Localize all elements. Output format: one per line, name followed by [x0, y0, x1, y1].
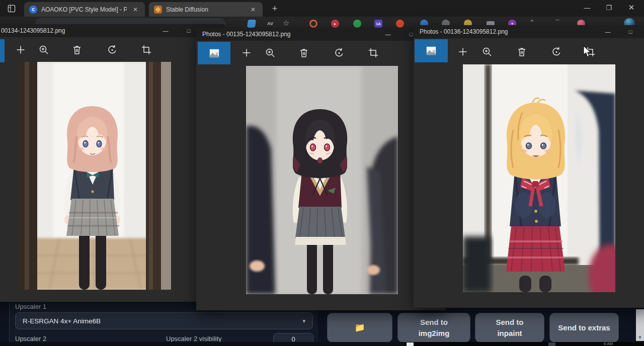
window-title: 00134-1243095812.png: [1, 27, 65, 34]
photos-window-00134: 00134-1243095812.png — □: [0, 24, 224, 302]
mouse-cursor: [583, 45, 594, 58]
window-minimize-button[interactable]: —: [155, 24, 176, 37]
extension-icon[interactable]: [309, 20, 317, 28]
see-all-photos-button[interactable]: [0, 39, 5, 62]
upscaler1-value: R-ESRGAN 4x+ Anime6B: [23, 317, 302, 325]
crop-button[interactable]: [138, 41, 155, 58]
extension-icon[interactable]: [353, 20, 361, 28]
send-to-img2img-button[interactable]: Send to img2img: [397, 313, 470, 342]
taskbar-clock: 6 AM: [604, 342, 613, 346]
window-title: Photos - 00136-1243095812.png: [420, 28, 508, 35]
favorites-icon[interactable]: ☆: [283, 19, 289, 28]
taskbar-app-icon[interactable]: [407, 342, 414, 346]
browser-restore-button[interactable]: ❐: [600, 1, 617, 15]
rotate-button[interactable]: [548, 43, 565, 60]
photos-command-bar: [0, 37, 224, 63]
rotate-button[interactable]: [331, 44, 348, 61]
window-maximize-button[interactable]: □: [620, 25, 640, 38]
photo-00136-anime-girl[interactable]: [463, 64, 615, 292]
extension-icon[interactable]: AV: [266, 20, 274, 28]
window-minimize-button[interactable]: —: [598, 25, 618, 38]
civitai-favicon: c: [29, 6, 37, 14]
photo-00134-anime-girl[interactable]: [19, 62, 171, 290]
photo-00135-anime-girl[interactable]: [246, 66, 398, 294]
photo-illustration: [463, 64, 615, 292]
new-tab-button[interactable]: +: [268, 2, 282, 15]
upscaler1-label: Upscaler 1: [15, 303, 46, 310]
browser-tab-bar: c AOAOKO [PVC Style Model] - PV ✕ Stable…: [0, 0, 644, 17]
photo-illustration: [246, 66, 398, 294]
tab-close-button[interactable]: ✕: [131, 6, 140, 13]
window-minimize-button[interactable]: —: [378, 28, 398, 41]
tab-switcher-button[interactable]: [5, 3, 18, 14]
upscaler2-visibility-label: Upscaler 2 visibility: [166, 335, 222, 342]
send-to-inpaint-button[interactable]: Send to inpaint: [475, 313, 544, 342]
zoom-button[interactable]: [35, 41, 52, 58]
zoom-button[interactable]: [262, 44, 279, 61]
zoom-button[interactable]: [478, 43, 496, 60]
taskbar-tray-icon[interactable]: [548, 342, 555, 346]
button-label: Send to inpaint: [489, 317, 530, 339]
browser-close-button[interactable]: ✕: [623, 1, 640, 15]
button-label: Send to img2img: [414, 317, 455, 339]
browser-tab-stable-diffusion[interactable]: Stable Diffusion ✕: [149, 2, 263, 17]
window-title-bar[interactable]: Photos - 00135-1243095812.png — □: [196, 28, 446, 41]
delete-button[interactable]: [295, 44, 312, 61]
page-scrollbar[interactable]: ▼: [636, 309, 644, 341]
extension-icon[interactable]: [396, 20, 404, 28]
add-button[interactable]: [12, 41, 29, 58]
browser-tab-civitai[interactable]: c AOAOKO [PVC Style Model] - PV ✕: [24, 2, 145, 17]
scroll-down-arrow-icon: ▼: [636, 335, 644, 340]
see-all-photos-button[interactable]: [415, 39, 448, 62]
upscaler1-dropdown[interactable]: R-ESRGAN 4x+ Anime6B ▾: [15, 312, 313, 329]
rotate-button[interactable]: [104, 41, 121, 58]
button-label: Send to extras: [558, 323, 610, 333]
add-button[interactable]: [238, 44, 255, 61]
window-maximize-button[interactable]: □: [179, 24, 199, 37]
extension-icon[interactable]: 1A: [374, 20, 382, 28]
photos-command-bar: [196, 41, 446, 67]
send-to-extras-button[interactable]: Send to extras: [549, 313, 619, 342]
tab-close-button[interactable]: ✕: [249, 6, 258, 13]
delete-button[interactable]: [68, 41, 86, 58]
photos-window-00136: Photos - 00136-1243095812.png — □: [414, 25, 644, 308]
folder-icon: 📁: [354, 322, 365, 333]
chevron-down-icon: ▾: [302, 318, 305, 324]
delete-button[interactable]: [513, 43, 530, 60]
crop-button[interactable]: [365, 44, 382, 61]
upscaler2-label: Upscaler 2: [15, 335, 46, 342]
extension-icon[interactable]: ▸: [331, 20, 339, 28]
open-folder-button[interactable]: 📁: [327, 313, 392, 342]
tab-title: AOAOKO [PVC Style Model] - PV: [41, 6, 127, 13]
window-title-bar[interactable]: 00134-1243095812.png — □: [0, 24, 224, 37]
photo-illustration: [19, 62, 171, 290]
add-button[interactable]: [454, 43, 471, 60]
taskbar-strip: 6 AM: [0, 342, 644, 346]
desktop: c AOAOKO [PVC Style Model] - PV ✕ Stable…: [0, 0, 644, 346]
photos-command-bar: [414, 38, 644, 64]
stable-diffusion-favicon: [154, 6, 162, 14]
extension-icon[interactable]: [247, 20, 256, 28]
photos-window-00135: Photos - 00135-1243095812.png — □: [196, 28, 446, 310]
browser-minimize-button[interactable]: —: [579, 1, 596, 15]
see-all-photos-button[interactable]: [198, 42, 230, 64]
tab-title: Stable Diffusion: [166, 6, 245, 13]
window-title: Photos - 00135-1243095812.png: [202, 31, 290, 38]
window-title-bar[interactable]: Photos - 00136-1243095812.png — □: [414, 25, 644, 38]
